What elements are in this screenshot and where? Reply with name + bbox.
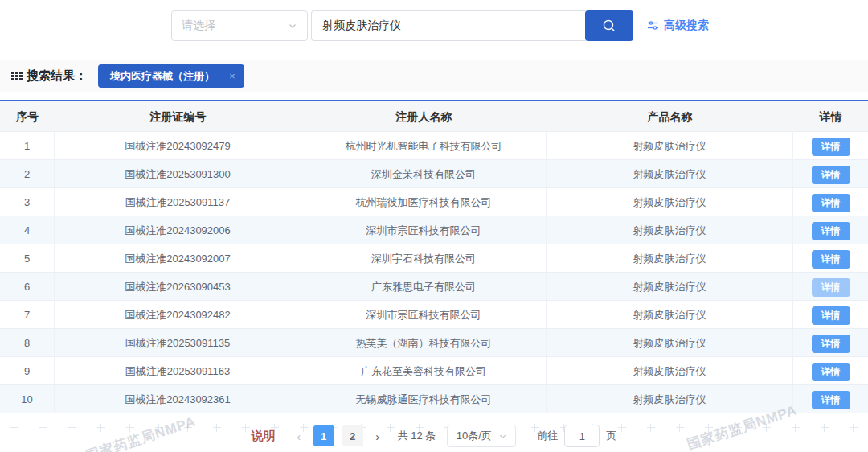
product-name: 射频皮肤治疗仪: [547, 244, 793, 273]
row-index: 7: [0, 301, 55, 329]
pagination-bar: 说明 ‹ 1 2 › 共 12 条 10条/页 前往 页: [0, 425, 868, 447]
registrant-name: 杭州时光机智能电子科技有限公司: [301, 132, 547, 160]
detail-button[interactable]: 详情: [812, 222, 850, 240]
prev-page-button[interactable]: ‹: [289, 425, 309, 446]
registrant-name: 深圳市宗匠科技有限公司: [301, 301, 547, 329]
category-select[interactable]: 请选择: [171, 10, 308, 41]
chevron-down-icon: [498, 432, 507, 441]
goto-suffix-label: 页: [606, 429, 616, 443]
header-index: 序号: [0, 101, 55, 132]
detail-button[interactable]: 详情: [812, 194, 850, 212]
category-select-placeholder: 请选择: [182, 18, 215, 33]
row-index: 1: [0, 132, 55, 160]
detail-cell: 详情: [793, 188, 868, 216]
product-name: 射频皮肤治疗仪: [547, 216, 793, 244]
detail-button[interactable]: 详情: [812, 306, 850, 325]
detail-button[interactable]: 详情: [812, 278, 850, 297]
detail-button[interactable]: 详情: [812, 363, 850, 381]
row-index: 5: [0, 244, 55, 273]
detail-cell: 详情: [793, 244, 868, 273]
registrant-name: 深圳市宗匠科技有限公司: [301, 216, 547, 244]
row-index: 8: [0, 329, 55, 357]
result-filter-tag[interactable]: 境内医疗器械（注册） ×: [98, 64, 244, 88]
product-name: 射频皮肤治疗仪: [547, 273, 793, 301]
advanced-search-link[interactable]: 高级搜索: [647, 18, 709, 33]
table-row: 7 国械注准20243092482 深圳市宗匠科技有限公司 射频皮肤治疗仪 详情: [0, 301, 868, 329]
detail-button[interactable]: 详情: [812, 250, 850, 269]
registration-number: 国械注准20243092361: [55, 385, 301, 413]
detail-button[interactable]: 详情: [812, 138, 850, 156]
results-label: 搜索结果：: [27, 68, 87, 84]
page-button-1[interactable]: 1: [313, 425, 334, 446]
sliders-icon: [647, 20, 659, 31]
tag-close-icon[interactable]: ×: [229, 70, 235, 82]
detail-cell: 详情: [793, 216, 868, 244]
keyword-input[interactable]: [311, 10, 586, 41]
product-name: 射频皮肤治疗仪: [547, 329, 793, 357]
table-header: 序号 注册证编号 注册人名称 产品名称 详情: [0, 101, 868, 132]
header-detail: 详情: [793, 101, 868, 132]
results-table: 序号 注册证编号 注册人名称 产品名称 详情 1 国械注准20243092479…: [0, 100, 868, 413]
table-row: 9 国械注准20253091163 广东花至美容科技有限公司 射频皮肤治疗仪 详…: [0, 357, 868, 385]
goto-prefix-label: 前往: [537, 429, 558, 443]
product-name: 射频皮肤治疗仪: [547, 132, 793, 160]
product-name: 射频皮肤治疗仪: [547, 385, 793, 413]
advanced-search-label: 高级搜索: [664, 18, 709, 33]
search-icon: [601, 18, 617, 34]
registrant-name: 广东花至美容科技有限公司: [301, 357, 547, 385]
row-index: 9: [0, 357, 55, 385]
registrant-name: 深圳宇石科技有限公司: [301, 244, 547, 273]
detail-cell: 详情: [793, 301, 868, 329]
detail-button[interactable]: 详情: [812, 335, 850, 353]
row-index: 10: [0, 385, 55, 413]
table-row: 6 国械注准20263090453 广东雅思电子有限公司 射频皮肤治疗仪 详情: [0, 273, 868, 301]
registration-number: 国械注准20253091300: [55, 160, 301, 188]
row-index: 4: [0, 216, 55, 244]
table-row: 10 国械注准20243092361 无锡威脉通医疗科技有限公司 射频皮肤治疗仪…: [0, 385, 868, 413]
registration-number: 国械注准20253091137: [55, 188, 301, 216]
search-button[interactable]: [585, 10, 633, 41]
table-row: 1 国械注准20243092479 杭州时光机智能电子科技有限公司 射频皮肤治疗…: [0, 132, 868, 160]
detail-button[interactable]: 详情: [812, 391, 850, 409]
detail-cell: 详情: [793, 132, 868, 160]
registration-number: 国械注准20253091163: [55, 357, 301, 385]
next-page-button[interactable]: ›: [367, 425, 388, 446]
registrant-name: 杭州瑞彼加医疗科技有限公司: [301, 188, 547, 216]
detail-button[interactable]: 详情: [812, 166, 850, 184]
note-link[interactable]: 说明: [252, 429, 276, 444]
registration-number: 国械注准20243092479: [55, 132, 301, 160]
page-size-select[interactable]: 10条/页: [447, 425, 516, 447]
registration-number: 国械注准20263090453: [55, 273, 301, 301]
registrant-name: 深圳金茉科技有限公司: [301, 160, 547, 188]
search-results-band: 搜索结果： 境内医疗器械（注册） ×: [0, 60, 868, 92]
goto-page-input[interactable]: [564, 425, 600, 447]
registrant-name: 热芙美（湖南）科技有限公司: [301, 329, 547, 357]
product-name: 射频皮肤治疗仪: [547, 357, 793, 385]
header-product-name: 产品名称: [547, 101, 793, 132]
registrant-name: 广东雅思电子有限公司: [301, 273, 547, 301]
product-name: 射频皮肤治疗仪: [547, 188, 793, 216]
table-row: 3 国械注准20253091137 杭州瑞彼加医疗科技有限公司 射频皮肤治疗仪 …: [0, 188, 868, 216]
table-row: 5 国械注准20243092007 深圳宇石科技有限公司 射频皮肤治疗仪 详情: [0, 244, 868, 273]
detail-cell: 详情: [793, 357, 868, 385]
goto-page-group: 前往 页: [537, 425, 616, 447]
row-index: 2: [0, 160, 55, 188]
result-filter-tag-label: 境内医疗器械（注册）: [110, 69, 215, 84]
page-size-value: 10条/页: [457, 429, 492, 443]
total-count-label: 共 12 条: [398, 429, 436, 443]
product-name: 射频皮肤治疗仪: [547, 160, 793, 188]
table-row: 8 国械注准20253091135 热芙美（湖南）科技有限公司 射频皮肤治疗仪 …: [0, 329, 868, 357]
header-registration-number: 注册证编号: [55, 101, 301, 132]
registration-number: 国械注准20243092006: [55, 216, 301, 244]
registrant-name: 无锡威脉通医疗科技有限公司: [301, 385, 547, 413]
registration-number: 国械注准20243092482: [55, 301, 301, 329]
table-row: 2 国械注准20253091300 深圳金茉科技有限公司 射频皮肤治疗仪 详情: [0, 160, 868, 188]
registration-number: 国械注准20253091135: [55, 329, 301, 357]
detail-cell: 详情: [793, 329, 868, 357]
registration-number: 国械注准20243092007: [55, 244, 301, 273]
row-index: 3: [0, 188, 55, 216]
page-button-2[interactable]: 2: [342, 425, 363, 446]
table-body: 1 国械注准20243092479 杭州时光机智能电子科技有限公司 射频皮肤治疗…: [0, 132, 868, 413]
search-bar: 请选择 高级搜索: [171, 10, 709, 41]
detail-cell: 详情: [793, 273, 868, 301]
